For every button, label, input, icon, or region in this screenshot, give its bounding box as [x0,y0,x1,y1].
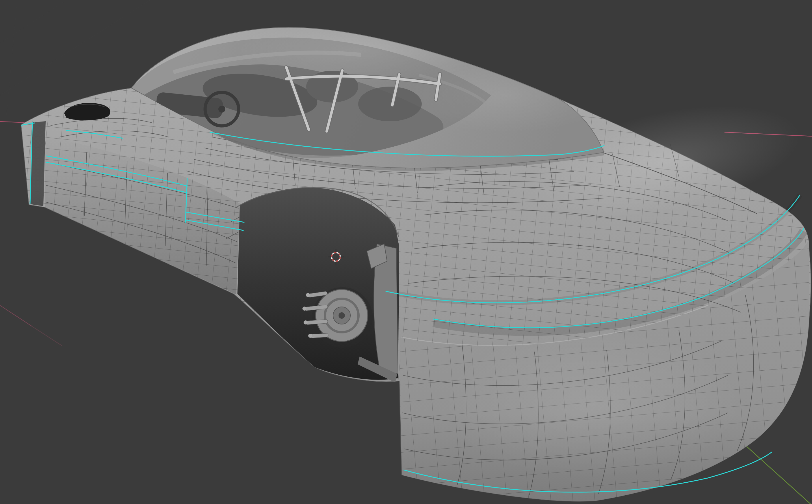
viewport-canvas[interactable] [0,0,812,504]
blender-3d-viewport[interactable] [0,0,812,504]
